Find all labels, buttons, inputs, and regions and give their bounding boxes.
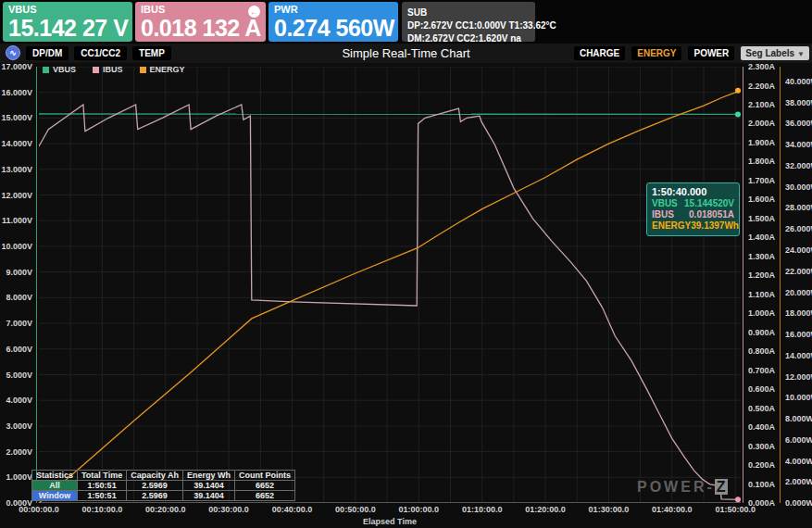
stats-row-all: All1:50:512.596939.14046652 bbox=[32, 481, 295, 491]
axis-tick-label: 1.900A bbox=[748, 138, 775, 146]
stats-row-name[interactable]: Window bbox=[32, 491, 78, 501]
axis-tick-label: 10.000V bbox=[1, 242, 32, 250]
cursor-tooltip: 1:50:40.000 VBUS15.144520VIBUS0.018051AE… bbox=[646, 182, 740, 236]
axis-tick-label: 0.400A bbox=[748, 423, 775, 432]
axis-tick-label: 34.000Wh bbox=[785, 141, 812, 149]
time-tick-label: 00:30:00.0 bbox=[208, 505, 249, 514]
stats-row-name[interactable]: All bbox=[32, 481, 78, 491]
stats-header-cell: Total Time bbox=[78, 471, 127, 481]
legend-item-energy[interactable]: ENERGY bbox=[140, 65, 185, 74]
stats-row-window: Window1:50:512.596939.14046652 bbox=[32, 491, 295, 501]
back-arrow-icon[interactable]: ← bbox=[248, 6, 260, 18]
axis-tick-label: 3.000V bbox=[6, 421, 32, 430]
seg-labels-dropdown[interactable]: Seg Labels▼ bbox=[741, 46, 809, 60]
stat-value: 0.274 560W bbox=[274, 15, 393, 41]
axis-tick-label: 11.000V bbox=[2, 217, 32, 225]
sub-readouts-box: SUB DP:2.672V CC1:0.000V T1:33.62°C DM:2… bbox=[402, 2, 535, 42]
time-tick-label: 01:10:00.0 bbox=[462, 505, 503, 514]
axis-tick-label: 6.000Wh bbox=[785, 435, 812, 444]
axis-tick-label: 18.000Wh bbox=[785, 309, 812, 318]
chevron-down-icon: ▼ bbox=[797, 50, 805, 58]
axis-tick-label: 2.000V bbox=[6, 447, 32, 456]
axis-tick-label: 4.000V bbox=[6, 396, 32, 405]
stat-bar: VBUS15.142 27 VIBUS←0.018 132 APWR0.274 … bbox=[0, 0, 812, 44]
axis-tick-label: 0.300A bbox=[748, 442, 775, 450]
axis-tick-label: 8.000Wh bbox=[785, 415, 812, 423]
energy-button[interactable]: ENERGY bbox=[631, 46, 681, 60]
legend-item-ibus[interactable]: IBUS bbox=[93, 65, 123, 74]
statistics-table: StatisticsTotal TimeCapacity AhEnergy Wh… bbox=[31, 470, 295, 501]
sub-line-1: DP:2.672V CC1:0.000V T1:33.62°C bbox=[407, 19, 530, 32]
axis-tick-label: 16.000V bbox=[1, 88, 32, 96]
time-axis-title: Elapsed Time bbox=[39, 517, 741, 526]
axis-tick-label: 0.700A bbox=[748, 366, 775, 374]
powerz-watermark: POWER-Z bbox=[637, 479, 728, 496]
time-tick-label: 00:00:00.0 bbox=[19, 505, 59, 514]
axis-tick-label: 4.000Wh bbox=[785, 457, 812, 465]
axis-tick-label: 14.000V bbox=[1, 140, 32, 148]
time-tick-label: 00:20:00.0 bbox=[145, 505, 186, 514]
axis-tick-label: 0.900A bbox=[748, 328, 775, 336]
axis-tick-label: 12.000V bbox=[1, 191, 32, 199]
stats-cell: 6652 bbox=[234, 491, 294, 501]
powerz-app-window: VBUS15.142 27 VIBUS←0.018 132 APWR0.274 … bbox=[0, 0, 812, 528]
tooltip-series-label: VBUS bbox=[652, 198, 678, 209]
axis-tick-label: 9.000V bbox=[6, 268, 32, 276]
axis-tick-label: 2.200A bbox=[748, 82, 775, 90]
time-tick-label: 00:10:00.0 bbox=[82, 505, 123, 514]
axis-tick-label: 1.600A bbox=[748, 195, 775, 204]
power-button[interactable]: POWER bbox=[688, 46, 734, 60]
stat-label: IBUS bbox=[141, 4, 260, 15]
tooltip-time: 1:50:40.000 bbox=[652, 186, 734, 198]
trace-endpoint-ibus bbox=[735, 497, 741, 502]
legend-item-vbus[interactable]: VBUS bbox=[43, 65, 76, 74]
axis-tick-label: 13.000V bbox=[1, 165, 32, 173]
time-tick-label: 01:40:00.0 bbox=[652, 505, 693, 514]
plot-area[interactable] bbox=[39, 67, 741, 503]
charge-button[interactable]: CHARGE bbox=[574, 46, 625, 60]
axis-tick-label: 2.100A bbox=[748, 101, 775, 109]
legend-label: ENERGY bbox=[150, 65, 185, 74]
axis-tick-label: 38.000Wh bbox=[785, 98, 812, 107]
stats-header-cell: Energy Wh bbox=[182, 471, 234, 481]
stats-cell: 2.5969 bbox=[127, 491, 183, 501]
tooltip-series-value: 15.144520V bbox=[684, 198, 734, 209]
stat-label: VBUS bbox=[8, 4, 127, 15]
axis-tick-label: 6.000V bbox=[6, 345, 32, 353]
trace-endpoint-energy bbox=[735, 88, 741, 94]
legend-label: VBUS bbox=[53, 65, 76, 74]
tooltip-row-vbus: VBUS15.144520V bbox=[652, 198, 734, 209]
stats-cell: 2.5969 bbox=[127, 481, 183, 491]
axis-tick-label: 0.000Wh bbox=[785, 499, 812, 508]
legend-swatch-icon bbox=[140, 67, 146, 73]
axis-tick-label: 20.000Wh bbox=[785, 288, 812, 296]
axis-tick-label: 1.000A bbox=[748, 309, 775, 318]
axis-tick-label: 8.000V bbox=[6, 294, 32, 302]
axis-tick-label: 0.800A bbox=[748, 347, 775, 356]
axis-tick-label: 0.600A bbox=[748, 385, 775, 394]
stats-header-cell: Capacity Ah bbox=[127, 471, 183, 481]
axis-tick-label: 2.300A bbox=[748, 63, 775, 71]
axis-tick-label: 1.300A bbox=[748, 252, 775, 260]
axis-tick-label: 1.500A bbox=[748, 214, 775, 222]
axis-tick-label: 1.200A bbox=[748, 271, 775, 280]
axis-tick-label: 24.000Wh bbox=[785, 246, 812, 255]
axis-tick-label: 30.000Wh bbox=[785, 182, 812, 191]
axis-tick-label: 5.000V bbox=[6, 371, 32, 379]
legend-swatch-icon bbox=[43, 67, 49, 73]
time-tick-label: 00:40:00.0 bbox=[272, 505, 313, 514]
axis-tick-label: 2.000Wh bbox=[785, 478, 812, 486]
toolbar: ∿ DP/DMCC1/CC2TEMP Simple Real-Time Char… bbox=[0, 44, 812, 63]
tooltip-series-label: IBUS bbox=[652, 209, 674, 220]
stat-value: 15.142 27 V bbox=[8, 15, 127, 41]
axis-tick-label: 1.800A bbox=[748, 157, 775, 166]
stats-cell: 39.1404 bbox=[182, 481, 234, 491]
axis-tick-label: 12.000Wh bbox=[785, 372, 812, 381]
current-axis: 2.300A2.200A2.100A2.000A1.900A1.800A1.70… bbox=[743, 67, 778, 503]
axis-tick-label: 26.000Wh bbox=[785, 225, 812, 233]
axis-tick-label: 16.000Wh bbox=[785, 331, 812, 339]
stats-cell: 39.1404 bbox=[182, 491, 234, 501]
seg-labels-dropdown-value: Seg Labels bbox=[745, 48, 794, 58]
axis-tick-label: 0.100A bbox=[748, 480, 775, 488]
axis-tick-label: 40.000Wh bbox=[785, 77, 812, 85]
